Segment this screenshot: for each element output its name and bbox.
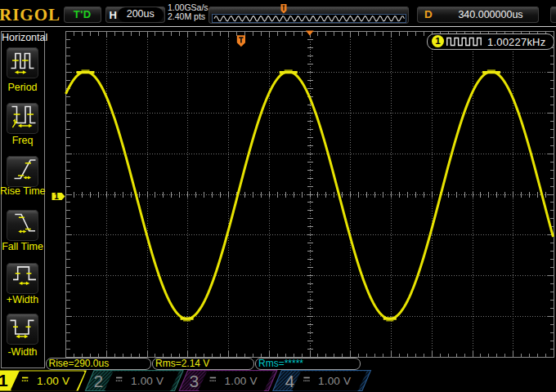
svg-text:1: 1 bbox=[54, 192, 59, 201]
